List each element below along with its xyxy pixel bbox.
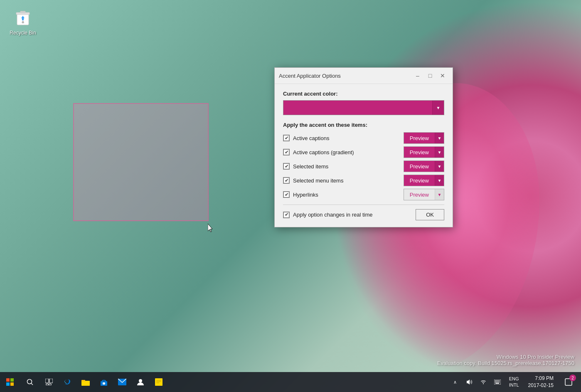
checkbox-row-active-captions: ✔ Active captions Preview ▼ — [283, 132, 444, 144]
recycle-bin[interactable]: ♻ Recycle Bin — [4, 3, 42, 37]
checkbox-selected-menu-items[interactable]: ✔ — [283, 177, 290, 184]
taskbar: ∧ — [0, 372, 581, 392]
divider — [283, 205, 444, 205]
svg-rect-2 — [20, 11, 25, 13]
dialog-titlebar: Accent Applicator Options – □ ✕ — [275, 68, 453, 84]
svg-rect-10 — [45, 379, 49, 383]
svg-point-19 — [139, 379, 142, 382]
checkbox-left-hyperlinks: ✔ Hyperlinks — [283, 191, 318, 198]
dialog-content: Current accent color: ▼ Apply the accent… — [275, 84, 453, 227]
apply-accent-label: Apply the accent on these items: — [283, 122, 444, 128]
color-dropdown-arrow-icon: ▼ — [432, 101, 444, 115]
preview-main-active-captions-gradient: Preview — [404, 147, 435, 158]
maximize-button[interactable]: □ — [424, 71, 436, 80]
lang-bot: INTL — [509, 382, 519, 388]
clock[interactable]: 7:09 PM 2017-02-15 — [525, 372, 557, 392]
language-indicator[interactable]: ENG INTL — [506, 372, 522, 392]
label-selected-menu-items: Selected menu items — [293, 178, 343, 184]
svg-rect-32 — [497, 382, 498, 382]
label-hyperlinks: Hyperlinks — [293, 192, 318, 198]
preview-arrow-hyperlinks-icon: ▼ — [435, 189, 444, 200]
svg-point-8 — [27, 380, 32, 384]
svg-rect-29 — [499, 380, 500, 381]
checkbox-left-selected-items: ✔ Selected items — [283, 163, 328, 170]
close-button[interactable]: ✕ — [437, 71, 448, 80]
svg-rect-4 — [6, 378, 10, 382]
label-selected-items: Selected items — [293, 163, 328, 170]
checkbox-selected-items[interactable]: ✔ — [283, 163, 290, 170]
preview-main-active-captions: Preview — [404, 133, 435, 143]
svg-rect-30 — [495, 382, 496, 382]
notification-badge: 2 — [569, 375, 576, 381]
accent-color-dropdown[interactable]: ▼ — [283, 100, 444, 115]
svg-rect-15 — [81, 380, 85, 382]
label-apply-realtime: Apply option changes in real time — [293, 212, 373, 218]
ok-button[interactable]: OK — [416, 209, 444, 220]
clock-date: 2017-02-15 — [528, 382, 554, 389]
checkbox-active-captions-gradient[interactable]: ✔ — [283, 149, 290, 155]
preview-btn-selected-menu-items[interactable]: Preview ▼ — [404, 175, 444, 186]
preview-arrow-active-captions-icon: ▼ — [435, 133, 444, 143]
svg-rect-13 — [49, 384, 51, 385]
svg-rect-20 — [155, 378, 162, 386]
explorer-icon[interactable] — [76, 372, 95, 392]
preview-arrow-selected-items-icon: ▼ — [435, 161, 444, 172]
svg-rect-28 — [497, 380, 498, 381]
svg-rect-27 — [496, 380, 497, 381]
checkmark-selected-items: ✔ — [285, 164, 288, 169]
preview-main-selected-items: Preview — [404, 161, 435, 172]
notification-button[interactable]: 2 — [559, 372, 578, 392]
svg-rect-11 — [49, 379, 53, 383]
svg-rect-12 — [46, 384, 48, 385]
checkbox-left-selected-menu-items: ✔ Selected menu items — [283, 177, 343, 184]
minimize-button[interactable]: – — [412, 71, 423, 80]
checkmark-hyperlinks: ✔ — [285, 192, 288, 197]
store-icon[interactable] — [95, 372, 113, 392]
checkbox-row-selected-menu-items: ✔ Selected menu items Preview ▼ — [283, 175, 444, 186]
svg-rect-5 — [10, 378, 14, 382]
checkbox-apply-realtime[interactable]: ✔ — [283, 212, 290, 218]
checkmark-apply-realtime: ✔ — [285, 212, 288, 217]
preview-btn-selected-items[interactable]: Preview ▼ — [404, 160, 444, 172]
preview-btn-active-captions[interactable]: Preview ▼ — [404, 132, 444, 144]
sticky-notes-icon[interactable] — [150, 372, 168, 392]
checkbox-active-captions[interactable]: ✔ — [283, 135, 290, 141]
checkbox-hyperlinks[interactable]: ✔ — [283, 191, 290, 198]
label-active-captions-gradient: Active captions (gradient) — [293, 149, 354, 155]
accent-color-label: Current accent color: — [283, 91, 444, 97]
tray-chevron-icon[interactable]: ∧ — [449, 375, 461, 390]
checkbox-row-active-captions-gradient: ✔ Active captions (gradient) Preview ▼ — [283, 146, 444, 158]
volume-icon[interactable] — [463, 375, 475, 390]
preview-arrow-selected-menu-items-icon: ▼ — [435, 175, 444, 186]
checkbox-row-hyperlinks: ✔ Hyperlinks Preview ▼ — [283, 189, 444, 200]
svg-rect-26 — [495, 380, 496, 381]
start-button[interactable] — [0, 372, 20, 392]
svg-rect-31 — [496, 382, 497, 382]
lang-top: ENG — [509, 376, 519, 382]
people-icon[interactable] — [131, 372, 150, 392]
checkmark-selected-menu-items: ✔ — [285, 178, 288, 183]
checkbox-row-selected-items: ✔ Selected items Preview ▼ — [283, 160, 444, 172]
keyboard-icon[interactable] — [492, 375, 503, 390]
preview-main-selected-menu-items: Preview — [404, 175, 435, 186]
mail-icon[interactable] — [113, 372, 131, 392]
svg-line-9 — [31, 383, 33, 385]
svg-rect-7 — [10, 382, 14, 386]
checkmark-active-captions: ✔ — [285, 136, 288, 141]
apply-left: ✔ Apply option changes in real time — [283, 212, 373, 218]
search-button[interactable] — [20, 372, 40, 392]
taskbar-tray: ∧ — [446, 372, 581, 392]
preview-btn-hyperlinks[interactable]: Preview ▼ — [404, 189, 444, 200]
network-icon[interactable] — [478, 375, 489, 390]
apply-row: ✔ Apply option changes in real time OK — [283, 209, 444, 220]
svg-rect-34 — [495, 383, 499, 384]
edge-icon[interactable] — [58, 372, 76, 392]
dialog-title: Accent Applicator Options — [279, 73, 341, 79]
clock-time: 7:09 PM — [535, 375, 554, 382]
svg-rect-33 — [499, 382, 500, 382]
selection-rectangle — [73, 103, 209, 221]
checkmark-active-captions-gradient: ✔ — [285, 150, 288, 155]
preview-btn-active-captions-gradient[interactable]: Preview ▼ — [404, 146, 444, 158]
label-active-captions: Active captions — [293, 135, 329, 141]
task-view-button[interactable] — [40, 372, 58, 392]
